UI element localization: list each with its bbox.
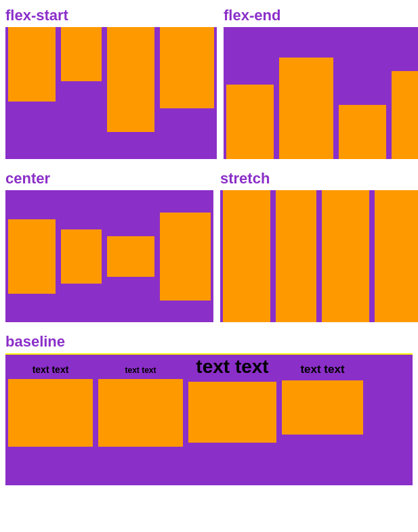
flex-end-item-2 [279, 58, 333, 159]
baseline-col-4: text text [282, 361, 363, 435]
flex-end-item-1 [226, 85, 274, 159]
flex-start-demo [5, 27, 217, 159]
baseline-label-4: text text [297, 361, 347, 378]
flex-start-section: flex-start [5, 7, 217, 170]
baseline-title: baseline [5, 333, 413, 351]
baseline-demo: text text text text text text text text [5, 353, 413, 485]
center-section: center [5, 170, 213, 333]
center-item-1 [8, 219, 56, 294]
stretch-title: stretch [220, 170, 418, 187]
flex-end-demo [224, 27, 418, 159]
baseline-block-4 [282, 380, 363, 435]
baseline-section: baseline text text text text text text t… [5, 333, 413, 485]
flex-start-item-1 [8, 27, 56, 102]
center-item-3 [107, 236, 154, 277]
flex-start-item-3 [107, 27, 154, 132]
flex-end-title: flex-end [224, 7, 418, 24]
center-title: center [5, 170, 213, 187]
baseline-label-1: text text [30, 363, 72, 376]
flex-start-item-4 [160, 27, 214, 108]
baseline-block-2 [98, 379, 183, 447]
flex-end-item-4 [392, 71, 418, 159]
stretch-item-4 [375, 190, 418, 322]
stretch-demo [220, 190, 418, 322]
flex-end-item-3 [339, 105, 386, 159]
baseline-col-1: text text [8, 363, 93, 447]
baseline-col-2: text text [98, 364, 183, 447]
flex-start-title: flex-start [5, 7, 217, 24]
baseline-block-1 [8, 379, 93, 447]
center-demo [5, 190, 213, 322]
center-item-2 [61, 229, 102, 284]
stretch-item-3 [322, 190, 369, 322]
center-item-4 [160, 213, 211, 301]
baseline-col-3: text text [188, 355, 276, 443]
flex-end-section: flex-end [224, 7, 418, 170]
baseline-label-2: text text [122, 364, 159, 376]
stretch-item-1 [223, 190, 270, 322]
stretch-section: stretch [220, 170, 418, 333]
stretch-item-2 [276, 190, 316, 322]
baseline-block-3 [188, 382, 276, 443]
flex-start-item-2 [61, 27, 102, 81]
baseline-label-3: text text [193, 355, 271, 379]
